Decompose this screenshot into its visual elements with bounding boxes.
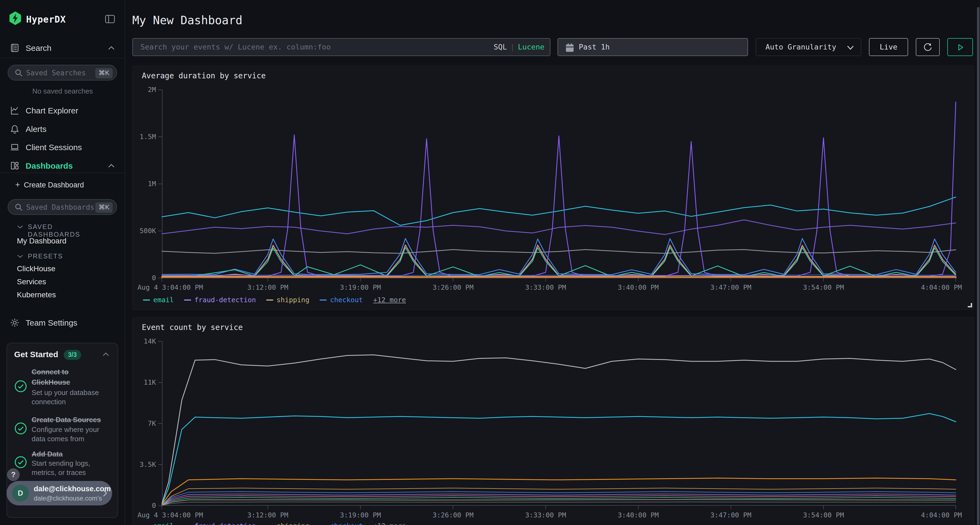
- refresh-button[interactable]: [916, 38, 940, 56]
- x-tick-label: 3:54:00 PM: [803, 284, 844, 291]
- sidebar-item-kubernetes[interactable]: Kubernetes: [17, 290, 56, 299]
- run-query-button[interactable]: [947, 38, 973, 56]
- series-purple-service: [162, 220, 956, 235]
- legend-item-checkout[interactable]: checkout: [320, 296, 363, 304]
- search-icon: [15, 203, 24, 212]
- sidebar-item-label: Dashboards: [25, 161, 73, 171]
- get-started-progress-badge: 3/3: [64, 350, 81, 360]
- legend-item-email[interactable]: email: [143, 522, 174, 525]
- shortcut-badge: ⌘K: [95, 68, 113, 78]
- divider: [0, 58, 125, 58]
- sidebar-item-chart-explorer[interactable]: Chart Explorer: [0, 104, 125, 118]
- x-tick-label: 3:26:00 PM: [433, 284, 474, 291]
- check-circle-icon: [14, 456, 27, 469]
- plot-area[interactable]: [162, 341, 956, 506]
- legend-label: email: [153, 296, 174, 304]
- legend-more-link[interactable]: +12 more: [373, 522, 406, 525]
- y-tick-label: 11K: [132, 378, 156, 386]
- sidebar-item-label: Alerts: [25, 125, 46, 134]
- lucene-toggle[interactable]: Lucene: [518, 43, 544, 51]
- laptop-icon: [10, 142, 20, 152]
- panel-resize-handle[interactable]: [968, 303, 972, 308]
- x-tick-label: 3:19:00 PM: [340, 284, 381, 291]
- legend-item-email[interactable]: email: [143, 296, 174, 304]
- calendar-icon: [565, 43, 574, 52]
- chevron-up-icon[interactable]: [102, 351, 110, 357]
- sidebar-item-clickhouse[interactable]: ClickHouse: [17, 265, 56, 273]
- time-range-picker[interactable]: Past 1h: [557, 38, 748, 56]
- get-started-item-desc: Set up your database connection: [32, 388, 111, 406]
- legend-swatch: [266, 300, 273, 301]
- series-checkout: [162, 239, 956, 275]
- x-tick-label: 3:47:00 PM: [711, 511, 752, 519]
- sidebar-item-search[interactable]: Search: [0, 41, 125, 56]
- legend-item-shipping[interactable]: shipping: [266, 522, 309, 525]
- sidebar-item-client-sessions[interactable]: Client Sessions: [0, 141, 125, 155]
- x-tick-label: 3:47:00 PM: [711, 284, 752, 291]
- x-tick-label: 3:40:00 PM: [618, 511, 659, 519]
- series-fraud-detection: [162, 494, 956, 505]
- line-chart-icon: [10, 106, 20, 115]
- legend-label: checkout: [330, 522, 363, 525]
- page-scrollbar[interactable]: [977, 7, 980, 525]
- saved-searches-input[interactable]: Saved Searches ⌘K: [8, 65, 117, 81]
- search-icon: [15, 69, 24, 78]
- sidebar-item-team-settings[interactable]: Team Settings: [0, 316, 125, 330]
- avatar: D: [12, 485, 29, 501]
- sidebar-item-label: Client Sessions: [25, 143, 82, 152]
- legend-swatch: [320, 300, 327, 301]
- sql-toggle[interactable]: SQL: [493, 43, 507, 51]
- create-dashboard-button[interactable]: +Create Dashboard: [15, 180, 84, 191]
- axis-lines: [162, 341, 956, 505]
- sidebar-collapse-icon[interactable]: [105, 14, 115, 24]
- get-started-item-title[interactable]: Create Data Sources: [32, 414, 108, 425]
- sidebar-item-services[interactable]: Services: [17, 278, 46, 286]
- section-header-label: SAVED DASHBOARDS: [28, 223, 80, 238]
- brand-name: HyperDX: [26, 14, 66, 25]
- x-tick-label: 4:04:00 PM: [921, 284, 962, 291]
- legend-item-fraud-detection[interactable]: fraud-detection: [184, 296, 256, 304]
- help-button[interactable]: ?: [7, 468, 20, 481]
- get-started-item-desc: Start sending logs, metrics, or traces: [32, 458, 111, 477]
- saved-searches-placeholder: Saved Searches: [26, 69, 86, 77]
- legend-label: shipping: [277, 296, 309, 304]
- plot-area[interactable]: [162, 90, 956, 278]
- legend-item-checkout[interactable]: checkout: [320, 522, 363, 525]
- sidebar-item-my-dashboard[interactable]: My Dashboard: [17, 237, 67, 245]
- series-total-gray: [162, 355, 956, 503]
- refresh-icon: [922, 42, 933, 52]
- sidebar-item-label: Search: [25, 43, 51, 53]
- y-tick-label: 2M: [132, 86, 156, 94]
- get-started-item-title[interactable]: Connect to ClickHouse: [32, 367, 108, 387]
- sidebar-item-dashboards[interactable]: Dashboards: [0, 159, 125, 173]
- user-menu[interactable]: D dale@clickhouse.com dale@clickhouse.co…: [6, 481, 112, 505]
- legend-item-shipping[interactable]: shipping: [266, 296, 309, 304]
- x-tick-label: 3:40:00 PM: [618, 284, 659, 291]
- chart-canvas: [162, 341, 956, 506]
- legend-more-link[interactable]: +12 more: [373, 296, 406, 304]
- series-orange-service: [162, 478, 956, 504]
- sidebar: HyperDX Search: [0, 0, 125, 525]
- chart-panel-avg-duration: Average duration by service emailfraud-d…: [132, 65, 974, 310]
- series-slate-service: [162, 502, 956, 505]
- gear-icon: [10, 318, 20, 328]
- legend-item-fraud-detection[interactable]: fraud-detection: [184, 522, 256, 525]
- shortcut-badge: ⌘K: [95, 202, 113, 213]
- sidebar-item-alerts[interactable]: Alerts: [0, 122, 125, 136]
- user-email: dale@clickhouse.com: [34, 485, 111, 493]
- series-email: [162, 498, 956, 505]
- granularity-select[interactable]: Auto Granularity: [756, 38, 861, 56]
- get-started-item-desc: Configure where your data comes from: [32, 425, 111, 443]
- get-started-title: Get Started: [14, 350, 58, 359]
- legend-label: fraud-detection: [194, 522, 256, 525]
- y-tick-label: 500K: [132, 227, 156, 235]
- chart-legend: emailfraud-detectionshippingcheckout+12 …: [143, 296, 406, 304]
- x-tick-label: 4:04:00 PM: [921, 511, 962, 519]
- saved-dashboards-input[interactable]: Saved Dashboards ⌘K: [8, 199, 117, 215]
- get-started-item-title[interactable]: Add Data: [32, 449, 108, 459]
- x-tick-label: 3:12:00 PM: [247, 511, 288, 519]
- legend-label: shipping: [277, 522, 309, 525]
- journal-icon: [10, 43, 20, 53]
- events-search-input[interactable]: Search your events w/ Lucene ex. column:…: [132, 38, 550, 56]
- live-button[interactable]: Live: [869, 38, 908, 56]
